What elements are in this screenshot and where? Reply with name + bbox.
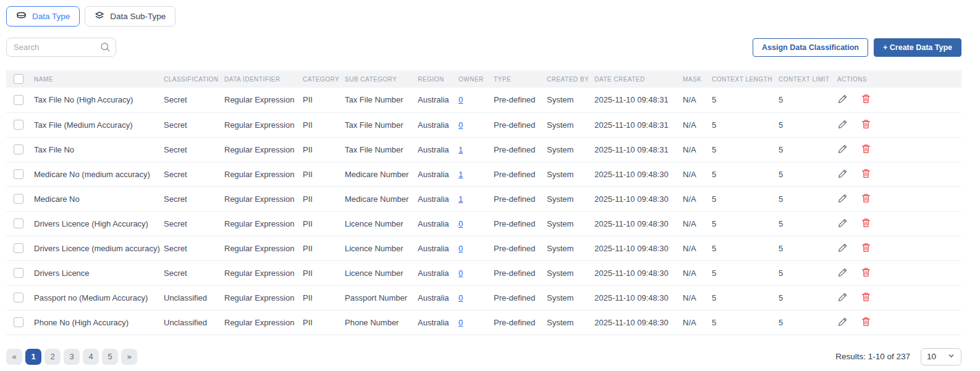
row-checkbox[interactable] bbox=[14, 144, 23, 154]
owner-link[interactable]: 1 bbox=[458, 170, 463, 179]
row-checkbox[interactable] bbox=[14, 194, 23, 204]
cell-date-created: 2025-11-10 09:48:30 bbox=[594, 211, 683, 236]
delete-button[interactable] bbox=[861, 143, 871, 156]
cell-created-by: System bbox=[547, 88, 594, 112]
delete-button[interactable] bbox=[861, 217, 871, 230]
cell-type: Pre-defined bbox=[494, 162, 547, 186]
row-checkbox[interactable] bbox=[14, 219, 23, 228]
owner-link[interactable]: 1 bbox=[458, 145, 463, 154]
assign-data-classification-button[interactable]: Assign Data Classification bbox=[753, 38, 868, 57]
delete-button[interactable] bbox=[861, 119, 871, 131]
delete-button[interactable] bbox=[861, 316, 871, 329]
cell-region: Australia bbox=[418, 310, 458, 335]
table-row: Tax File (Medium Accuracy) Secret Regula… bbox=[6, 112, 961, 137]
cell-actions bbox=[837, 137, 961, 162]
delete-button[interactable] bbox=[861, 193, 871, 206]
column-header-mask: MASK bbox=[683, 70, 712, 88]
edit-pencil-icon bbox=[837, 147, 848, 156]
cell-type: Pre-defined bbox=[494, 137, 547, 162]
cell-created-by: System bbox=[547, 211, 594, 236]
cell-type: Pre-defined bbox=[494, 261, 547, 285]
edit-button[interactable] bbox=[837, 217, 848, 230]
cell-type: Pre-defined bbox=[494, 236, 547, 261]
cell-created-by: System bbox=[547, 137, 594, 162]
cell-region: Australia bbox=[418, 186, 458, 211]
cell-mask: N/A bbox=[683, 236, 712, 261]
edit-pencil-icon bbox=[837, 122, 848, 131]
table-row: Medicare No Secret Regular Expression PI… bbox=[6, 186, 961, 211]
table-row: Phone No (High Accuracy) Unclassified Re… bbox=[6, 310, 961, 335]
cell-owner: 0 bbox=[458, 310, 494, 335]
table-footer: «12345» Results: 1-10 of 237 10 bbox=[0, 348, 980, 365]
owner-link[interactable]: 0 bbox=[458, 219, 463, 228]
cell-data-identifier: Regular Expression bbox=[224, 112, 303, 137]
cell-date-created: 2025-11-10 09:48:31 bbox=[594, 137, 683, 162]
owner-link[interactable]: 0 bbox=[458, 95, 463, 104]
pagination-next[interactable]: » bbox=[121, 349, 137, 365]
row-checkbox[interactable] bbox=[14, 293, 23, 302]
cell-name: Tax File No bbox=[34, 137, 164, 162]
row-checkbox[interactable] bbox=[14, 120, 23, 130]
delete-button[interactable] bbox=[861, 168, 871, 181]
edit-button[interactable] bbox=[837, 168, 848, 181]
row-checkbox[interactable] bbox=[14, 169, 23, 179]
edit-pencil-icon bbox=[837, 320, 848, 329]
edit-pencil-icon bbox=[837, 196, 848, 206]
row-checkbox-cell bbox=[6, 137, 34, 162]
owner-link[interactable]: 1 bbox=[458, 194, 463, 204]
select-all-checkbox[interactable] bbox=[14, 74, 23, 84]
pagination-prev[interactable]: « bbox=[6, 349, 22, 365]
page-size-select[interactable]: 10 bbox=[921, 348, 961, 365]
cell-mask: N/A bbox=[683, 137, 712, 162]
edit-button[interactable] bbox=[837, 119, 848, 131]
pagination-page-5[interactable]: 5 bbox=[102, 349, 118, 365]
cell-owner: 0 bbox=[458, 236, 494, 261]
cell-owner: 1 bbox=[458, 186, 494, 211]
row-checkbox[interactable] bbox=[14, 95, 23, 105]
owner-link[interactable]: 0 bbox=[458, 244, 463, 253]
edit-button[interactable] bbox=[837, 316, 848, 329]
cell-date-created: 2025-11-10 09:48:30 bbox=[594, 186, 683, 211]
cell-context-length: 5 bbox=[712, 88, 779, 112]
edit-pencil-icon bbox=[837, 295, 848, 304]
edit-button[interactable] bbox=[837, 267, 848, 280]
owner-link[interactable]: 0 bbox=[458, 269, 463, 278]
cell-context-length: 5 bbox=[712, 310, 779, 335]
delete-button[interactable] bbox=[861, 242, 871, 255]
row-checkbox[interactable] bbox=[14, 243, 23, 253]
edit-button[interactable] bbox=[837, 93, 848, 106]
edit-pencil-icon bbox=[837, 270, 848, 280]
table-row: Drivers Licence Secret Regular Expressio… bbox=[6, 261, 961, 285]
cell-name: Tax File No (High Accuracy) bbox=[34, 88, 164, 112]
edit-pencil-icon bbox=[837, 97, 848, 106]
cell-context-length: 5 bbox=[712, 211, 779, 236]
edit-button[interactable] bbox=[837, 193, 848, 206]
tab-data-sub-type[interactable]: Data Sub-Type bbox=[85, 6, 175, 27]
cell-created-by: System bbox=[547, 162, 594, 186]
row-checkbox[interactable] bbox=[14, 268, 23, 278]
column-header-region: REGION bbox=[418, 70, 458, 88]
table-row: Drivers Licence (medium accuracy) Secret… bbox=[6, 236, 961, 261]
cell-sub-category: Tax File Number bbox=[345, 137, 418, 162]
row-checkbox-cell bbox=[6, 236, 34, 261]
edit-button[interactable] bbox=[837, 242, 848, 255]
pagination-page-4[interactable]: 4 bbox=[83, 349, 99, 365]
edit-button[interactable] bbox=[837, 143, 848, 156]
row-checkbox[interactable] bbox=[14, 317, 23, 327]
owner-link[interactable]: 0 bbox=[458, 293, 463, 302]
owner-link[interactable]: 0 bbox=[458, 120, 463, 130]
delete-button[interactable] bbox=[861, 291, 871, 304]
column-header-context-length: CONTEXT LENGTH bbox=[712, 70, 779, 88]
search-wrap bbox=[6, 38, 116, 57]
create-data-type-button[interactable]: + Create Data Type bbox=[874, 38, 961, 57]
pagination-page-3[interactable]: 3 bbox=[64, 349, 80, 365]
owner-link[interactable]: 0 bbox=[458, 318, 463, 327]
delete-button[interactable] bbox=[861, 93, 871, 106]
search-icon[interactable] bbox=[99, 41, 111, 55]
pagination-page-2[interactable]: 2 bbox=[44, 349, 61, 365]
delete-trash-icon bbox=[861, 320, 871, 329]
delete-button[interactable] bbox=[861, 267, 871, 280]
edit-button[interactable] bbox=[837, 291, 848, 304]
tab-data-type[interactable]: Data Type bbox=[6, 6, 80, 27]
pagination-page-1[interactable]: 1 bbox=[25, 349, 41, 365]
